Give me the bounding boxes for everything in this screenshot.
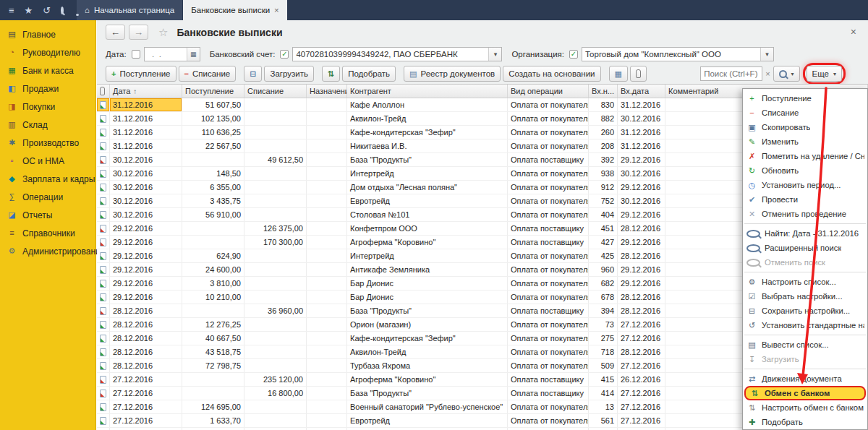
cell-incoming-date[interactable]: 31.12.2016 (618, 98, 665, 111)
sidebar-item[interactable]: ≡Справочники (0, 224, 95, 242)
cell-purpose[interactable] (307, 249, 347, 262)
column-receipt[interactable]: Поступление (182, 85, 244, 98)
cell-purpose[interactable] (307, 387, 347, 400)
cell-receipt[interactable]: 10 210,00 (182, 291, 244, 304)
cell-incoming-number[interactable]: 73 (589, 318, 618, 331)
cell-counterparty[interactable]: Антикафе Земляника (347, 263, 508, 276)
cell-incoming-date[interactable]: 31.12.2016 (618, 139, 665, 152)
cell-operation[interactable]: Оплата от покупателя (508, 98, 589, 111)
cell-incoming-date[interactable]: 28.12.2016 (618, 345, 665, 358)
cell-incoming-date[interactable]: 29.12.2016 (618, 208, 665, 221)
column-incoming-number[interactable]: Вх.н... (589, 85, 618, 98)
cell-date[interactable]: 30.12.2016 (110, 167, 182, 180)
cell-counterparty[interactable]: Дом отдыха "Лесная поляна" (347, 181, 508, 194)
sidebar-item[interactable]: ◨Покупки (0, 98, 95, 116)
cell-receipt[interactable]: 6 355,00 (182, 181, 244, 194)
tab-close-icon[interactable]: × (274, 6, 279, 14)
cell-doc-icon[interactable] (97, 167, 110, 180)
cell-purpose[interactable] (307, 126, 347, 139)
cell-purpose[interactable] (307, 400, 347, 413)
cell-incoming-date[interactable]: 27.12.2016 (618, 387, 665, 400)
sidebar-item[interactable]: ◆Зарплата и кадры (0, 170, 95, 188)
cell-operation[interactable]: Оплата поставщику (508, 153, 589, 166)
menu-item[interactable]: Отменить поиск (743, 255, 867, 270)
cell-date[interactable]: 27.12.2016 (110, 414, 182, 427)
cell-writeoff[interactable] (244, 332, 307, 345)
cell-doc-icon[interactable] (97, 277, 110, 290)
menu-item[interactable]: ⚙Настроить список... (743, 275, 867, 289)
cell-date[interactable]: 31.12.2016 (110, 139, 182, 152)
cell-purpose[interactable] (307, 359, 347, 372)
cell-receipt[interactable]: 24 600,00 (182, 263, 244, 276)
cell-incoming-number[interactable]: 561 (589, 414, 618, 427)
cell-writeoff[interactable] (244, 345, 307, 358)
create-based-on-button[interactable]: Создать на основании (503, 66, 600, 82)
cell-counterparty[interactable]: Аквилон-Трейд (347, 112, 508, 125)
cell-operation[interactable]: Оплата от покупателя (508, 126, 589, 139)
menu-item[interactable]: ✎Изменить (743, 134, 867, 149)
attachments-button[interactable] (630, 66, 647, 82)
close-form-icon[interactable]: × (851, 26, 856, 38)
cell-counterparty[interactable]: База "Продукты" (347, 387, 508, 400)
cell-date[interactable]: 29.12.2016 (110, 236, 182, 249)
tab-bank-statements[interactable]: Банковские выписки × (183, 0, 287, 20)
cell-incoming-number[interactable]: 208 (589, 139, 618, 152)
cell-purpose[interactable] (307, 139, 347, 152)
cell-incoming-number[interactable]: 13 (589, 400, 618, 413)
cell-doc-icon[interactable] (97, 263, 110, 276)
menu-item[interactable]: +Поступление (743, 91, 867, 106)
cell-counterparty[interactable]: Агроферма "Коровино" (347, 236, 508, 249)
cell-purpose[interactable] (307, 98, 347, 111)
cell-incoming-date[interactable]: 26.12.2016 (618, 373, 665, 386)
cell-receipt[interactable] (182, 304, 244, 317)
cell-counterparty[interactable]: Агроферма "Коровино" (347, 373, 508, 386)
cell-writeoff[interactable] (244, 181, 307, 194)
cell-incoming-date[interactable]: 27.12.2016 (618, 414, 665, 427)
cell-operation[interactable]: Оплата от покупателя (508, 277, 589, 290)
cell-date[interactable]: 29.12.2016 (110, 263, 182, 276)
cell-doc-icon[interactable] (97, 153, 110, 166)
cell-date[interactable]: 28.12.2016 (110, 345, 182, 358)
cell-purpose[interactable] (307, 194, 347, 207)
sidebar-item[interactable]: ▦Банк и касса (0, 61, 95, 79)
cell-operation[interactable]: Оплата от покупателя (508, 139, 589, 152)
organization-input[interactable] (582, 48, 760, 61)
cell-receipt[interactable]: 51 607,50 (182, 98, 244, 111)
sidebar-item[interactable]: ◧Продажи (0, 79, 95, 98)
cell-operation[interactable]: Оплата поставщику (508, 304, 589, 317)
menu-item[interactable]: ↻Обновить (743, 163, 867, 178)
cell-incoming-number[interactable]: 718 (589, 345, 618, 358)
sidebar-item[interactable]: ▥Склад (0, 116, 95, 134)
cell-incoming-number[interactable]: 882 (589, 112, 618, 125)
cell-incoming-number[interactable]: 415 (589, 373, 618, 386)
cell-operation[interactable]: Оплата поставщику (508, 373, 589, 386)
cell-date[interactable]: 27.12.2016 (110, 373, 182, 386)
cell-counterparty[interactable]: Турбаза Яхрома (347, 359, 508, 372)
cell-operation[interactable]: Оплата от покупателя (508, 345, 589, 358)
cell-receipt[interactable]: 110 636,25 (182, 126, 244, 139)
back-button[interactable]: ← (106, 25, 125, 40)
cell-operation[interactable]: Оплата поставщику (508, 387, 589, 400)
cell-counterparty[interactable]: Никитаева И.В. (347, 139, 508, 152)
cell-purpose[interactable] (307, 181, 347, 194)
column-writeoff[interactable]: Списание (244, 85, 307, 98)
cell-incoming-date[interactable]: 28.12.2016 (618, 304, 665, 317)
cell-date[interactable]: 31.12.2016 (110, 112, 182, 125)
cell-date[interactable]: 30.12.2016 (110, 208, 182, 221)
cell-date[interactable]: 30.12.2016 (110, 153, 182, 166)
cell-receipt[interactable] (182, 373, 244, 386)
menu-item[interactable]: ⇄Движения документа (743, 371, 867, 386)
sidebar-item[interactable]: ◪Отчеты (0, 206, 95, 224)
cell-incoming-number[interactable]: 509 (589, 359, 618, 372)
cell-date[interactable]: 28.12.2016 (110, 332, 182, 345)
column-counterparty[interactable]: Контрагент (347, 85, 508, 98)
menu-item[interactable]: ◷Установить период... (743, 178, 867, 192)
cell-operation[interactable]: Оплата поставщику (508, 236, 589, 249)
cell-incoming-number[interactable]: 830 (589, 98, 618, 111)
cell-purpose[interactable] (307, 304, 347, 317)
cell-writeoff[interactable] (244, 194, 307, 207)
menu-item[interactable]: ▤Вывести список... (743, 337, 867, 352)
cell-date[interactable]: 27.12.2016 (110, 400, 182, 413)
cell-date[interactable]: 29.12.2016 (110, 277, 182, 290)
cell-incoming-date[interactable]: 28.12.2016 (618, 291, 665, 304)
